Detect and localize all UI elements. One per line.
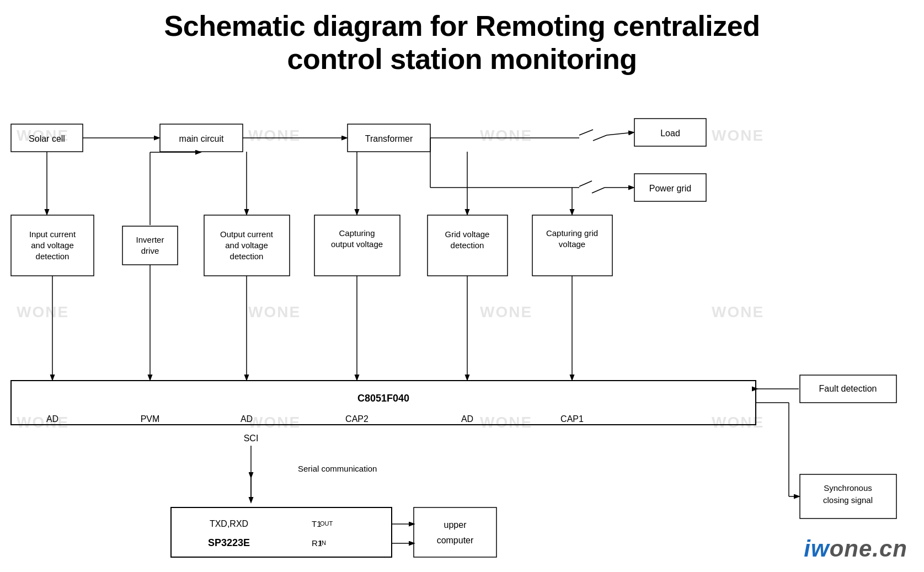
svg-text:Transformer: Transformer: [365, 134, 413, 143]
svg-text:Solar cell: Solar cell: [29, 134, 65, 143]
svg-text:drive: drive: [141, 246, 159, 255]
svg-text:detection: detection: [36, 252, 70, 261]
svg-text:SP3223E: SP3223E: [208, 537, 250, 548]
svg-text:Output current: Output current: [220, 229, 274, 239]
svg-text:computer: computer: [437, 536, 474, 545]
svg-text:Capturing grid: Capturing grid: [546, 228, 598, 238]
svg-text:Power grid: Power grid: [649, 184, 691, 193]
svg-text:AD: AD: [46, 414, 58, 424]
svg-line-18: [579, 181, 592, 186]
page-title: Schematic diagram for Remoting centraliz…: [0, 0, 924, 82]
svg-text:closing signal: closing signal: [823, 495, 873, 505]
svg-text:PVM: PVM: [141, 414, 160, 424]
svg-text:voltage: voltage: [559, 239, 585, 249]
svg-text:Serial communication: Serial communication: [298, 464, 377, 473]
svg-text:Grid voltage: Grid voltage: [445, 229, 490, 239]
svg-text:SCI: SCI: [244, 434, 259, 443]
svg-text:AD: AD: [241, 414, 253, 424]
brand-logo: iwone.cn: [804, 536, 907, 562]
svg-line-15: [607, 132, 633, 135]
svg-text:and voltage: and voltage: [31, 240, 74, 250]
svg-text:output voltage: output voltage: [331, 239, 383, 249]
svg-text:CAP2: CAP2: [345, 414, 368, 424]
svg-text:Capturing: Capturing: [339, 228, 375, 238]
svg-text:TXD,RXD: TXD,RXD: [210, 519, 248, 528]
svg-line-14: [593, 135, 607, 141]
svg-text:upper: upper: [444, 520, 467, 530]
svg-line-19: [592, 188, 605, 193]
svg-line-13: [579, 130, 593, 135]
svg-text:Fault detection: Fault detection: [819, 384, 877, 393]
svg-text:Load: Load: [660, 129, 680, 138]
diagram-area: Solar cell main circuit Transformer Load…: [0, 88, 924, 572]
svg-text:main circuit: main circuit: [179, 134, 224, 143]
svg-text:OUT: OUT: [320, 520, 333, 527]
svg-text:Inverter: Inverter: [136, 235, 164, 244]
svg-text:and voltage: and voltage: [225, 240, 268, 250]
svg-rect-86: [414, 507, 496, 557]
svg-text:detection: detection: [451, 240, 484, 250]
svg-text:IN: IN: [320, 539, 326, 546]
svg-text:detection: detection: [230, 252, 264, 261]
svg-text:CAP1: CAP1: [560, 414, 584, 424]
svg-text:C8051F040: C8051F040: [357, 393, 409, 404]
svg-text:Input current: Input current: [29, 229, 76, 239]
svg-text:AD: AD: [461, 414, 473, 424]
svg-text:Synchronous: Synchronous: [824, 483, 872, 493]
svg-rect-77: [171, 507, 392, 557]
svg-rect-25: [122, 226, 178, 265]
